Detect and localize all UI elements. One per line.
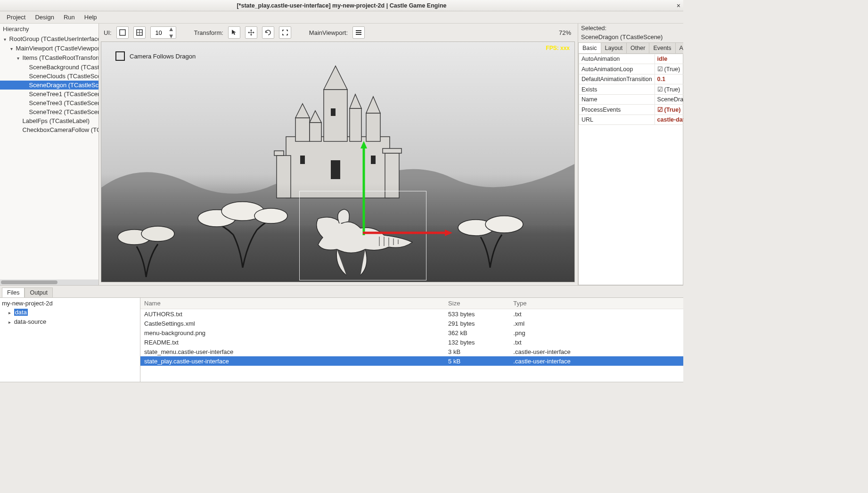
svg-marker-15	[324, 66, 347, 90]
titlebar: [*state_play.castle-user-interface] my-n…	[0, 0, 683, 11]
svg-rect-16	[310, 123, 321, 141]
inspector-tabs: BasicLayoutOtherEventsAll	[578, 42, 683, 54]
file-row[interactable]: state_menu.castle-user-interface3 kB.cas…	[140, 347, 683, 356]
file-column-header[interactable]: Type	[509, 298, 683, 309]
castle-backdrop	[258, 61, 418, 203]
close-icon[interactable]: ×	[677, 2, 680, 9]
selected-label: Selected:	[578, 24, 683, 33]
transform-rotate-icon[interactable]	[262, 26, 274, 39]
hierarchy-item[interactable]: ▾ RootGroup (TCastleUserInterface)	[0, 34, 98, 44]
svg-rect-0	[120, 30, 125, 35]
svg-marker-43	[445, 230, 452, 236]
file-row[interactable]: README.txt132 bytes.txt	[140, 337, 683, 347]
snap-input[interactable]	[151, 29, 167, 36]
hierarchy-item[interactable]: SceneClouds (TCastleScene)	[0, 72, 98, 81]
folder-root[interactable]: my-new-project-2d	[2, 299, 138, 308]
menubar: Project Design Run Help	[0, 11, 683, 24]
prop-name[interactable]: AutoAnimationLoop	[579, 64, 655, 74]
inspector-tab-all[interactable]: All	[675, 42, 683, 53]
menu-run[interactable]: Run	[60, 12, 79, 23]
file-column-header[interactable]: Name	[140, 298, 444, 309]
prop-name[interactable]: Name	[579, 95, 655, 105]
viewport[interactable]: Camera Follows Dragon FPS: xxx	[101, 41, 575, 282]
hierarchy-item[interactable]: SceneTree3 (TCastleScene)	[0, 99, 98, 107]
transform-move-icon[interactable]	[245, 26, 257, 39]
svg-marker-21	[274, 151, 284, 156]
ui-mode-rect-icon[interactable]	[116, 26, 129, 39]
svg-marker-41	[360, 141, 367, 148]
svg-point-32	[485, 216, 523, 233]
hierarchy-item[interactable]: SceneBackground (TCastleScene)	[0, 63, 98, 72]
prop-name[interactable]: ProcessEvents	[579, 105, 655, 115]
prop-value[interactable]: (True)	[655, 84, 683, 95]
snap-spinner[interactable]: ▲▼	[150, 26, 176, 39]
checkbox-icon[interactable]	[115, 51, 125, 61]
inspector-tab-basic[interactable]: Basic	[578, 42, 601, 53]
transform-label: Transform:	[194, 29, 223, 36]
svg-marker-17	[310, 111, 321, 123]
hierarchy-item[interactable]: ▾ MainViewport (TCastleViewport)	[0, 44, 98, 53]
inspector-tab-layout[interactable]: Layout	[601, 42, 627, 53]
prop-value[interactable]: (True)	[655, 105, 683, 115]
folder-item[interactable]: ▸ data	[2, 308, 138, 317]
svg-rect-10	[295, 118, 310, 141]
viewport-menu-icon[interactable]	[352, 26, 365, 39]
tab-files[interactable]: Files	[2, 288, 25, 297]
files-area: my-new-project-2d ▸ data▸ data-source Na…	[0, 297, 683, 382]
camera-follow-checkbox[interactable]: Camera Follows Dragon	[115, 51, 196, 61]
inspector-panel: Selected: SceneDragon (TCastleScene) Bas…	[578, 24, 683, 285]
file-row[interactable]: menu-background.png362 kB.png	[140, 328, 683, 337]
tab-output[interactable]: Output	[25, 288, 53, 297]
hierarchy-tree[interactable]: ▾ RootGroup (TCastleUserInterface)▾ Main…	[0, 34, 98, 279]
file-row[interactable]: AUTHORS.txt533 bytes.txt	[140, 309, 683, 319]
file-row[interactable]: state_play.castle-user-interface5 kB.cas…	[140, 356, 683, 366]
folder-tree[interactable]: my-new-project-2d ▸ data▸ data-source	[0, 298, 140, 382]
design-toolbar: UI: ▲▼ Transform: MainViewport: 72%	[99, 24, 578, 41]
window-title: [*state_play.castle-user-interface] my-n…	[237, 2, 446, 9]
menu-design[interactable]: Design	[31, 12, 57, 23]
svg-rect-25	[300, 156, 305, 164]
prop-value[interactable]: 0.1	[655, 74, 683, 84]
svg-rect-12	[366, 113, 380, 141]
center-panel: UI: ▲▼ Transform: MainViewport: 72%	[99, 24, 578, 285]
hierarchy-item[interactable]: ▾ Items (TCastleRootTransform)	[0, 53, 98, 63]
ui-mode-snap-icon[interactable]	[133, 26, 146, 39]
hierarchy-item[interactable]: SceneDragon (TCastleScene)	[0, 81, 98, 90]
transform-select-icon[interactable]	[228, 26, 240, 39]
hierarchy-scrollbar[interactable]	[0, 279, 98, 285]
file-row[interactable]: CastleSettings.xml291 bytes.xml	[140, 319, 683, 328]
hierarchy-item[interactable]: SceneTree2 (TCastleScene)	[0, 107, 98, 116]
svg-marker-11	[295, 104, 310, 118]
prop-name[interactable]: Exists	[579, 84, 655, 95]
prop-value[interactable]: idle	[655, 54, 683, 64]
bottom-tabs: Files Output	[0, 286, 683, 297]
gizmo-y-arrow[interactable]	[360, 141, 367, 235]
hierarchy-title: Hierarchy	[0, 24, 98, 34]
file-column-header[interactable]: Size	[444, 298, 509, 309]
hierarchy-item[interactable]: LabelFps (TCastleLabel)	[0, 116, 98, 125]
main-viewport-label: MainViewport:	[309, 29, 348, 36]
prop-name[interactable]: DefaultAnimationTransition	[579, 74, 655, 84]
inspector-tab-events[interactable]: Events	[649, 42, 675, 53]
prop-name[interactable]: URL	[579, 115, 655, 125]
main-row: Hierarchy ▾ RootGroup (TCastleUserInterf…	[0, 24, 683, 286]
prop-name[interactable]: AutoAnimation	[579, 54, 655, 64]
tree-sprite	[196, 192, 290, 268]
file-list[interactable]: NameSizeTypeAUTHORS.txt533 bytes.txtCast…	[140, 298, 683, 382]
fps-label: FPS: xxx	[546, 45, 570, 51]
transform-scale-icon[interactable]	[279, 26, 291, 39]
property-grid[interactable]: AutoAnimationidleAutoAnimationLoop(True)…	[578, 54, 683, 285]
inspector-tab-other[interactable]: Other	[626, 42, 649, 53]
prop-value[interactable]: castle-data:/dragon.json	[655, 115, 683, 125]
svg-marker-23	[383, 148, 401, 153]
svg-rect-24	[331, 160, 340, 179]
menu-help[interactable]: Help	[81, 12, 101, 23]
hierarchy-item[interactable]: SceneTree1 (TCastleScene)	[0, 90, 98, 99]
menu-project[interactable]: Project	[3, 12, 29, 23]
folder-item[interactable]: ▸ data-source	[2, 317, 138, 327]
prop-value[interactable]: SceneDragon	[655, 95, 683, 105]
hierarchy-item[interactable]: CheckboxCameraFollow (TCastleCheckbox)	[0, 125, 98, 134]
svg-rect-18	[350, 108, 361, 141]
prop-value[interactable]: (True)	[655, 64, 683, 74]
gizmo-x-arrow[interactable]	[363, 230, 452, 236]
